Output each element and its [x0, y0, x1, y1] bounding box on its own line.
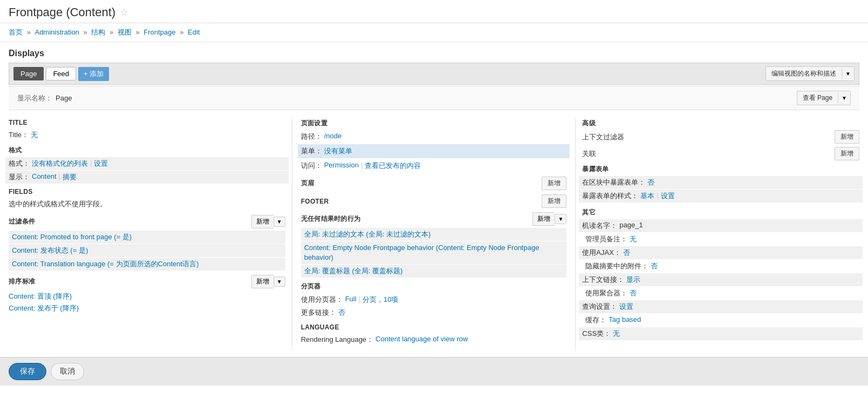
no-results-section-header: 无任何结果时的行为: [301, 214, 361, 224]
left-column: TITLE Title： 无 格式 格式： 没有格式化的列表 | 设置 显示： …: [9, 119, 292, 350]
star-icon[interactable]: ☆: [120, 6, 128, 18]
display-name-value: Page: [56, 94, 72, 102]
header-section-header: 页眉: [301, 179, 315, 188]
footer-add-button[interactable]: 新增: [542, 194, 566, 208]
displays-label: Displays: [9, 49, 859, 58]
hide-attachments-value[interactable]: 否: [651, 261, 658, 271]
context-filter-add-button[interactable]: 新增: [835, 130, 859, 144]
cache-value[interactable]: Tag based: [609, 315, 641, 323]
page-title: Frontpage (Content) ☆: [9, 5, 859, 19]
contextual-links-label: 上下文链接：: [582, 275, 624, 285]
breadcrumb-structure[interactable]: 结构: [91, 28, 105, 36]
cancel-button[interactable]: 取消: [51, 363, 84, 380]
use-aggregation-label: 使用聚合器：: [585, 288, 627, 298]
more-link-label: 更多链接：: [301, 308, 336, 318]
context-filter-label: 上下文过滤器: [582, 132, 624, 142]
filter-section-header: 过滤条件: [9, 217, 35, 226]
add-display-button[interactable]: + 添加: [78, 67, 109, 81]
more-link-value[interactable]: 否: [338, 308, 345, 318]
expose-style-value[interactable]: 基本: [640, 191, 654, 201]
sort-section-header: 排序标准: [9, 277, 35, 286]
format-section-header: 格式: [9, 146, 285, 155]
breadcrumb-administration[interactable]: Administration: [35, 28, 79, 36]
advanced-section-header: 高级: [582, 119, 859, 128]
no-results-add-arrow[interactable]: ▼: [555, 214, 566, 224]
pager-items-link[interactable]: 分页，10项: [363, 295, 398, 305]
fields-note: 选中的样式或格式不使用字段。: [9, 199, 107, 209]
use-ajax-value[interactable]: 否: [623, 248, 630, 258]
format-settings-link[interactable]: 设置: [94, 159, 108, 168]
relation-label: 关联: [582, 149, 596, 159]
no-results-add-button[interactable]: 新增: [532, 212, 555, 226]
expose-form-section-header: 暴露表单: [582, 165, 859, 174]
access-label: 访问：: [301, 161, 322, 171]
sort-item-1[interactable]: Content: 置顶 (降序): [9, 291, 285, 302]
main-content: TITLE Title： 无 格式 格式： 没有格式化的列表 | 设置 显示： …: [0, 112, 868, 357]
show-value-link[interactable]: Content: [32, 172, 57, 180]
title-section-header: TITLE: [9, 119, 285, 126]
no-results-item-3[interactable]: 全局: 覆盖标题 (全局: 覆盖标题): [301, 265, 567, 278]
view-page-button[interactable]: 查看 Page ▼: [797, 91, 851, 105]
filter-item-2[interactable]: Content: 发布状态 (= 是): [9, 244, 285, 257]
cache-label: 缓存：: [585, 315, 606, 325]
filter-add-arrow[interactable]: ▼: [274, 217, 285, 227]
footer-bar: 保存 取消: [0, 357, 868, 386]
menu-value[interactable]: 没有菜单: [324, 146, 352, 156]
sort-item-2[interactable]: Content: 发布于 (降序): [9, 302, 285, 314]
css-class-label: CSS类：: [582, 329, 611, 339]
breadcrumb-views[interactable]: 视图: [118, 28, 132, 36]
display-name-label: 显示名称：: [17, 93, 52, 103]
save-button[interactable]: 保存: [9, 363, 46, 380]
expose-in-block-value[interactable]: 否: [647, 178, 654, 187]
machine-name-value: page_1: [619, 221, 643, 229]
menu-label: 菜单：: [301, 146, 322, 156]
no-results-item-1[interactable]: 全局: 未过滤的文本 (全局: 未过滤的文本): [301, 228, 567, 241]
path-value[interactable]: /node: [324, 132, 342, 140]
filter-add-button[interactable]: 新增: [251, 215, 274, 228]
contextual-links-value[interactable]: 显示: [626, 275, 640, 285]
no-results-item-2[interactable]: Content: Empty Node Frontpage behavior (…: [301, 241, 567, 264]
display-name-bar: 显示名称： Page 查看 Page ▼: [9, 86, 859, 110]
format-value-link[interactable]: 没有格式化的列表: [32, 159, 88, 168]
right-column: 高级 上下文过滤器 新增 关联 新增 暴露表单 在区块中暴露表单： 否 暴露表单…: [576, 119, 859, 350]
view-page-arrow-icon[interactable]: ▼: [838, 93, 850, 103]
title-value[interactable]: 无: [31, 130, 38, 140]
format-label: 格式：: [9, 159, 30, 168]
tab-page[interactable]: Page: [13, 67, 44, 80]
mid-column: 页面设置 路径： /node 菜单： 没有菜单 访问： Permission |…: [292, 119, 576, 350]
use-aggregation-value[interactable]: 否: [630, 288, 637, 298]
sort-add-arrow[interactable]: ▼: [274, 276, 285, 287]
breadcrumb: 首页 » Administration » 结构 » 视图 » Frontpag…: [0, 23, 868, 42]
css-class-value[interactable]: 无: [613, 329, 620, 339]
access-value[interactable]: Permission: [324, 161, 359, 169]
pager-full-link[interactable]: Full: [345, 295, 357, 303]
title-label: Title：: [9, 130, 29, 140]
footer-section-header: FOOTER: [301, 198, 329, 205]
header-add-button[interactable]: 新增: [542, 177, 566, 190]
filter-item-3[interactable]: Content: Translation language (= 为页面所选的C…: [9, 258, 285, 271]
hide-attachments-label: 隐藏摘要中的附件：: [585, 261, 648, 271]
show-summary-link[interactable]: 摘要: [63, 172, 77, 182]
query-settings-value[interactable]: 设置: [619, 302, 633, 312]
sort-add-button[interactable]: 新增: [251, 275, 274, 288]
access-published-link[interactable]: 查看已发布的内容: [365, 161, 421, 171]
machine-name-label: 机读名字：: [582, 221, 617, 231]
breadcrumb-edit[interactable]: Edit: [188, 28, 200, 36]
tabs-bar: Page Feed + 添加 编辑视图的名称和描述 ▼: [9, 63, 859, 85]
edit-view-name-button[interactable]: 编辑视图的名称和描述 ▼: [766, 66, 855, 81]
fields-section-header: FIELDS: [9, 188, 285, 195]
expose-style-label: 暴露表单的样式：: [582, 191, 638, 201]
expose-in-block-label: 在区块中暴露表单：: [582, 178, 645, 187]
admin-comment-value[interactable]: 无: [630, 234, 637, 244]
query-settings-label: 查询设置：: [582, 302, 617, 312]
filter-item-1[interactable]: Content: Promoted to front page (= 是): [9, 231, 285, 244]
tab-feed[interactable]: Feed: [46, 67, 76, 80]
breadcrumb-home[interactable]: 首页: [9, 28, 23, 36]
page-settings-header: 页面设置: [301, 119, 567, 128]
expose-style-settings[interactable]: 设置: [661, 191, 675, 201]
breadcrumb-frontpage[interactable]: Frontpage: [143, 28, 175, 36]
relation-add-button[interactable]: 新增: [835, 147, 859, 160]
rendering-value[interactable]: Content language of view row: [375, 335, 468, 343]
use-ajax-label: 使用AJAX：: [582, 248, 621, 258]
edit-view-dropdown-arrow[interactable]: ▼: [842, 69, 854, 79]
